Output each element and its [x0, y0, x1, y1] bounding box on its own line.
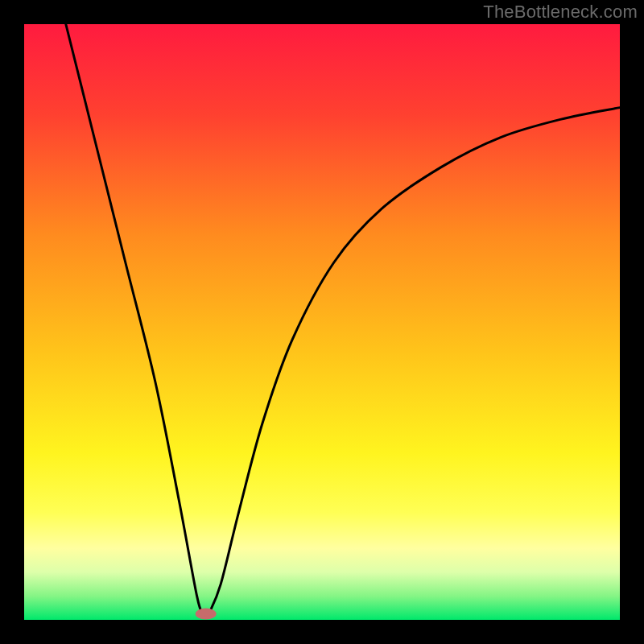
watermark-text: TheBottleneck.com	[483, 2, 638, 23]
plot-background	[24, 24, 620, 620]
minimum-marker	[196, 609, 217, 620]
bottleneck-chart	[0, 0, 644, 644]
chart-frame: TheBottleneck.com	[0, 0, 644, 644]
